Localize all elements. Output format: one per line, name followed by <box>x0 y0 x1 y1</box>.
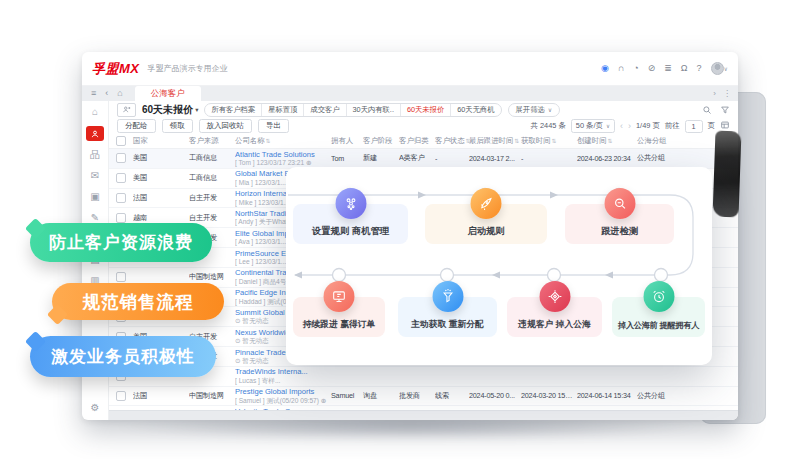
company-subtext: [ Lucas ] 寄样... <box>235 377 331 385</box>
menu-icon[interactable]: ≡ <box>91 89 96 98</box>
cell-status: 线索 <box>435 391 469 401</box>
workflow-step: 违规客户 掉入公海 <box>507 297 602 337</box>
action-button-1[interactable]: 领取 <box>162 119 193 133</box>
company-subtext: [ Samuel ] 测试(05/20 09:57) ⊕ <box>235 397 331 405</box>
workflow-step-icon <box>324 281 355 312</box>
workflow-step: 掉入公海前 提醒拥有人 <box>612 297 705 337</box>
ribbon-badge: 规范销售流程 <box>52 283 224 320</box>
table-row[interactable]: 美国 工商信息 Atlantic Trade Solutions [ Tom ]… <box>109 149 738 169</box>
row-checkbox[interactable] <box>116 391 126 401</box>
tab-overflow-controls: › ⋮ <box>713 89 738 98</box>
cell-source: 自主开发 <box>189 193 235 203</box>
page-size-select[interactable]: 50 条/页 ∨ <box>571 119 615 133</box>
clock-icon[interactable]: ◔ <box>633 64 638 73</box>
filter-pill-0[interactable]: 所有客户档案 <box>205 104 261 116</box>
workflow-step: 启动规则 <box>425 204 547 244</box>
row-checkbox[interactable] <box>116 213 126 223</box>
cell-source: 中国制造网 <box>189 391 235 401</box>
workflow-step: 主动获取 重新分配 <box>398 297 497 337</box>
chevron-down-icon: ∨ <box>548 106 552 113</box>
cell-stage: 询盘 <box>363 391 399 401</box>
column-header[interactable]: 最后跟进时间 ⇅ <box>469 136 521 146</box>
search-icon[interactable] <box>702 105 712 115</box>
cell-owner: Tom <box>331 154 363 163</box>
column-header[interactable]: 获取时间 ⇅ <box>521 136 577 146</box>
sidebar-item-settings[interactable]: ⚙ <box>87 401 103 415</box>
back-icon[interactable]: ‹ <box>105 89 108 98</box>
help-icon[interactable]: ? <box>697 64 702 73</box>
brand-logo: 孚盟MX <box>92 60 140 78</box>
action-button-0[interactable]: 分配给 <box>117 119 156 133</box>
cell-last-follow: 2024-05-20 0... <box>469 391 521 400</box>
sidebar-item-org[interactable]: 品 <box>87 148 103 162</box>
chevron-down-icon: ∨ <box>606 123 610 129</box>
titlebar: 孚盟MX 孚盟产品演示专用企业 ◉∩◔⊘≣Ω? ∨ <box>82 52 738 86</box>
workflow-step-icon <box>432 281 463 312</box>
sidebar-item-package[interactable]: ▣ <box>87 190 103 204</box>
workflow-step: 跟进检测 <box>565 204 674 244</box>
monitor-icon[interactable]: ◉ <box>601 64 609 73</box>
column-header[interactable]: 公司名称 ⇅ <box>235 136 331 146</box>
row-checkbox[interactable] <box>116 272 126 282</box>
quick-filter-group: 所有客户档案星标置顶成交客户30天内有联..60天未报价60天无商机 <box>204 103 501 117</box>
goto-page-input[interactable]: 1 <box>685 120 703 133</box>
row-checkbox[interactable] <box>116 193 126 203</box>
column-header[interactable]: 拥有人 <box>331 136 363 146</box>
tab-bar: ≡ ‹ ⌂ 公海客户 › ⋮ <box>82 86 738 101</box>
tab-public-customers[interactable]: 公海客户 <box>135 86 201 101</box>
column-header[interactable]: 客户状态 ⇅ <box>435 136 469 146</box>
select-all-checkbox[interactable] <box>116 136 126 146</box>
column-header[interactable]: 创建时间 ⇅ <box>577 136 637 146</box>
sidebar-item-customers[interactable] <box>86 126 104 141</box>
column-header[interactable]: 国家 <box>133 136 189 146</box>
cell-country: 美国 <box>133 153 189 163</box>
cell-source: 中国制造网 <box>189 272 235 282</box>
table-row[interactable]: 法国 中国制造网 Prestige Global Imports [ Samue… <box>109 387 738 407</box>
next-page-button[interactable]: › <box>628 122 631 131</box>
workflow-step: 持续跟进 赢得订单 <box>293 297 385 337</box>
filter-pill-4[interactable]: 60天未报价 <box>400 104 450 116</box>
filter-pill-1[interactable]: 星标置顶 <box>261 104 303 116</box>
row-checkbox[interactable] <box>116 173 126 183</box>
forbid-icon[interactable]: ⊘ <box>648 64 656 73</box>
company-link[interactable]: TradeWinds Interna... <box>235 367 331 376</box>
filter-pill-3[interactable]: 30天内有联.. <box>346 104 400 116</box>
marketing-canvas: 孚盟MX 孚盟产品演示专用企业 ◉∩◔⊘≣Ω? ∨ ≡ ‹ ⌂ 公海客户 › ⋮… <box>0 0 794 459</box>
view-title[interactable]: 60天未报价 ▾ <box>142 103 198 117</box>
cell-create-time: 2024-06-23 20:34 <box>577 154 637 163</box>
tab-label: 公海客户 <box>151 88 185 100</box>
goto-unit: 页 <box>708 121 715 131</box>
action-buttons: 分配给领取放入回收站导出 <box>117 119 289 133</box>
home-icon[interactable]: ⌂ <box>117 89 122 98</box>
sort-icon: ⇅ <box>266 138 271 144</box>
filter-toolbar: 60天未报价 ▾ 所有客户档案星标置顶成交客户30天内有联..60天未报价60天… <box>109 101 738 118</box>
sidebar-item-mail[interactable]: ✉ <box>87 169 103 183</box>
bell-icon[interactable]: Ω <box>681 64 688 73</box>
headset-icon[interactable]: ∩ <box>618 64 624 73</box>
company-link[interactable]: Atlantic Trade Solutions <box>235 150 331 159</box>
task-list-icon[interactable]: ≣ <box>664 64 672 73</box>
funnel-icon[interactable] <box>720 105 730 115</box>
more-icon[interactable]: ⋮ <box>723 89 731 98</box>
workflow-step-icon <box>604 188 635 219</box>
avatar[interactable] <box>711 62 724 75</box>
cell-source: 工商信息 <box>189 153 235 163</box>
column-header[interactable]: 客户归类 <box>399 136 435 146</box>
chevron-down-icon: ∨ <box>724 65 728 72</box>
company-link[interactable]: Prestige Global Imports <box>235 387 331 396</box>
action-button-3[interactable]: 导出 <box>258 119 289 133</box>
row-checkbox[interactable] <box>116 153 126 163</box>
column-header[interactable]: 客户阶段 <box>363 136 399 146</box>
action-button-2[interactable]: 放入回收站 <box>199 119 253 133</box>
chevron-right-icon[interactable]: › <box>713 89 716 98</box>
user-filter-icon[interactable] <box>117 103 136 117</box>
cell-company: Atlantic Trade Solutions [ Tom ] 123/03/… <box>235 150 331 168</box>
filter-pill-2[interactable]: 成交客户 <box>303 104 345 116</box>
prev-page-button[interactable]: ‹ <box>620 122 623 131</box>
column-header[interactable]: 客户来源 <box>189 136 235 146</box>
cell-source: 自主开发 <box>189 213 235 223</box>
expand-filter-button[interactable]: 展开筛选 ∨ <box>508 103 561 117</box>
cell-last-follow: 2024-03-17 2... <box>469 154 521 163</box>
filter-pill-5[interactable]: 60天无商机 <box>450 104 500 116</box>
sidebar-item-home[interactable]: ⌂ <box>87 105 103 119</box>
